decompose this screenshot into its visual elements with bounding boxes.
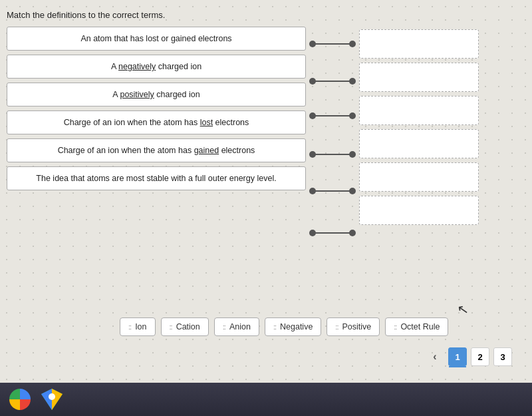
term-cation[interactable]: :: Cation: [161, 317, 209, 336]
prev-page-button[interactable]: ‹: [426, 347, 444, 366]
svg-point-11: [349, 151, 356, 158]
term-anion[interactable]: :: Anion: [214, 317, 259, 336]
def-text-6: The idea that atoms are most stable with…: [36, 174, 276, 183]
term-negative[interactable]: :: Negative: [265, 317, 321, 336]
answer-box-3[interactable]: [359, 96, 479, 125]
term-label-ion: Ion: [135, 322, 146, 331]
page-2-label: 2: [477, 352, 482, 362]
term-label-positive: Positive: [342, 322, 371, 331]
def-text-5: Charge of an ion when the atom has gaine…: [58, 146, 255, 155]
term-label-negative: Negative: [280, 322, 313, 331]
page-2-button[interactable]: 2: [471, 347, 489, 366]
connector-svg: [306, 29, 359, 256]
definition-5: Charge of an ion when the atom has gaine…: [7, 138, 306, 162]
answer-box-1[interactable]: [359, 29, 479, 59]
chrome-icon: [9, 389, 31, 410]
term-label-anion: Anion: [229, 322, 251, 331]
answer-box-4[interactable]: [359, 129, 479, 158]
definition-1: An atom that has lost or gained electron…: [7, 27, 306, 51]
svg-point-2: [349, 41, 356, 47]
term-octet-rule[interactable]: :: Octet Rule: [385, 317, 448, 336]
maps-icon: [41, 389, 63, 410]
matching-area: An atom that has lost or gained electron…: [0, 27, 519, 256]
connector-lines: [306, 29, 359, 256]
svg-point-17: [349, 230, 356, 236]
page-1-label: 1: [455, 352, 460, 362]
taskbar-maps[interactable]: [37, 386, 66, 413]
definition-4: Charge of an ion when the atom has lost …: [7, 110, 306, 134]
answers-column: [359, 27, 505, 256]
grip-icon: ::: [335, 323, 338, 331]
term-positive[interactable]: :: Positive: [327, 317, 380, 336]
page-3-button[interactable]: 3: [493, 347, 512, 366]
grip-icon: ::: [223, 323, 225, 331]
definition-3: A positively charged ion: [7, 83, 306, 106]
active-page-indicator: [449, 366, 466, 367]
grip-icon: ::: [170, 323, 172, 331]
definitions-column: An atom that has lost or gained electron…: [0, 27, 306, 256]
pagination: ‹ 1 2 3: [426, 347, 512, 366]
def-text-1: An atom that has lost or gained electron…: [80, 34, 231, 43]
svg-point-5: [349, 78, 356, 85]
definition-6: The idea that atoms are most stable with…: [7, 166, 306, 190]
svg-point-14: [349, 188, 356, 194]
def-text-4: Charge of an ion when the atom has lost …: [64, 118, 249, 127]
answer-box-6[interactable]: [359, 196, 479, 225]
definition-2: A negatively charged ion: [7, 55, 306, 79]
term-label-cation: Cation: [176, 322, 200, 331]
answer-box-2[interactable]: [359, 63, 479, 92]
instructions-text: Match the definitions to the correct ter…: [7, 10, 165, 20]
terms-drag-area: :: Ion :: Cation :: Anion :: Negative ::…: [120, 317, 519, 336]
svg-point-8: [349, 112, 356, 119]
svg-point-21: [49, 393, 55, 400]
term-label-octet-rule: Octet Rule: [400, 322, 440, 331]
taskbar: [0, 383, 532, 416]
grip-icon: ::: [128, 323, 131, 331]
taskbar-chrome[interactable]: [5, 386, 35, 413]
grip-icon: ::: [273, 323, 276, 331]
term-ion[interactable]: :: Ion: [120, 317, 156, 336]
def-text-3: A positively charged ion: [112, 90, 200, 99]
def-text-2: A negatively charged ion: [111, 62, 201, 71]
grip-icon: ::: [394, 323, 396, 331]
answer-box-5[interactable]: [359, 162, 479, 192]
page-1-button[interactable]: 1: [448, 347, 467, 366]
page-3-label: 3: [500, 352, 505, 362]
